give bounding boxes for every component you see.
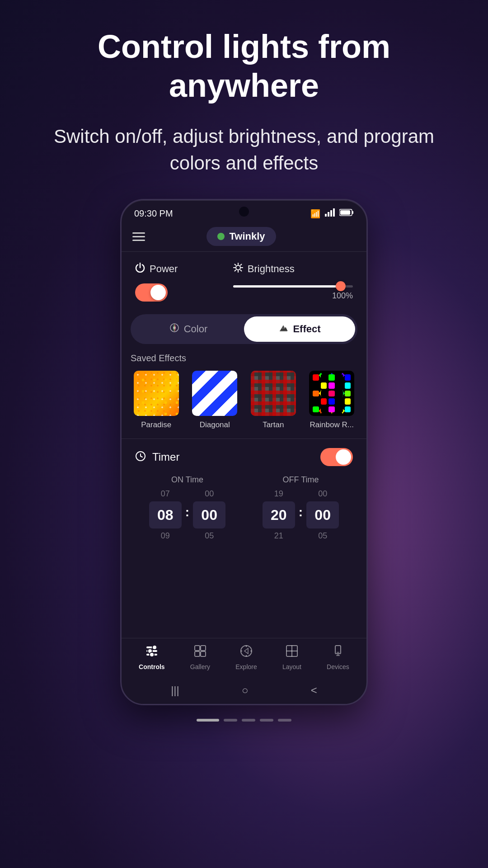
rainbow-dot — [313, 406, 319, 413]
devices-nav-icon — [332, 645, 344, 660]
page-dot-2[interactable] — [224, 719, 237, 722]
bottom-nav: Controls Gallery — [122, 638, 366, 677]
brightness-slider[interactable]: 100% — [233, 283, 353, 301]
on-hour-below: 09 — [161, 531, 170, 541]
rainbow-dot — [321, 374, 327, 381]
status-time: 09:30 PM — [134, 208, 173, 219]
hero-subtitle: Switch on/off, adjust brightness, and pr… — [0, 123, 488, 177]
timer-header: Timer — [135, 448, 353, 466]
rainbow-dot — [345, 406, 351, 413]
rainbow-dot — [328, 406, 335, 413]
page-dot-4[interactable] — [260, 719, 273, 722]
off-min-box[interactable]: 00 — [306, 501, 339, 528]
rainbow-canvas — [309, 371, 354, 416]
power-toggle[interactable] — [135, 283, 215, 302]
effect-diagonal[interactable]: Diagonal — [189, 371, 241, 429]
timer-label: Timer — [152, 451, 314, 463]
effect-tartan[interactable]: Tartan — [248, 371, 299, 429]
brand-pill[interactable]: Twinkly — [206, 227, 276, 246]
rainbow-dot — [321, 398, 327, 405]
off-hour-box[interactable]: 20 — [263, 501, 295, 528]
off-min-col: 00 00 05 — [306, 489, 339, 541]
nav-explore[interactable]: Explore — [235, 645, 257, 670]
svg-rect-30 — [195, 651, 200, 656]
status-icons: 📶 — [310, 208, 354, 219]
power-toggle-track[interactable] — [135, 283, 168, 302]
rainbow-dot — [345, 391, 351, 397]
svg-point-17 — [173, 326, 176, 329]
battery-icon — [339, 208, 354, 219]
effect-rainbow[interactable]: Rainbow R... — [306, 371, 358, 429]
slider-thumb[interactable] — [336, 281, 346, 291]
nav-gallery[interactable]: Gallery — [190, 645, 210, 670]
page-dot-5[interactable] — [278, 719, 291, 722]
time-controls: ON Time 07 08 09 : 00 00 05 — [135, 475, 353, 541]
on-time-picker: 07 08 09 : 00 00 05 — [135, 489, 239, 541]
camera-cutout — [239, 207, 249, 217]
on-hour-col: 07 08 09 — [149, 489, 182, 541]
system-menu-btn[interactable]: ||| — [171, 684, 179, 697]
off-hour-above: 19 — [274, 489, 283, 499]
gallery-nav-icon — [194, 645, 206, 660]
system-home-btn[interactable]: ○ — [242, 684, 249, 697]
rainbow-dot — [345, 398, 351, 405]
on-min-box[interactable]: 00 — [193, 501, 225, 528]
on-time-separator: : — [185, 505, 189, 519]
svg-rect-29 — [201, 646, 206, 651]
power-label: Power — [135, 263, 215, 275]
diagonal-canvas — [192, 371, 237, 416]
tab-row: Color Effect — [131, 314, 357, 344]
off-min-above: 00 — [318, 489, 327, 499]
effect-tartan-thumb — [251, 371, 296, 416]
effect-paradise[interactable]: Paradise — [131, 371, 182, 429]
svg-point-32 — [241, 646, 252, 656]
nav-devices[interactable]: Devices — [327, 645, 349, 670]
svg-rect-2 — [330, 210, 332, 217]
svg-marker-33 — [244, 648, 248, 654]
brightness-value: 100% — [233, 291, 353, 301]
effect-tab-icon — [278, 323, 288, 335]
power-text: Power — [150, 263, 178, 275]
timer-toggle[interactable] — [320, 448, 353, 466]
rainbow-dot — [337, 391, 343, 397]
rainbow-dot — [321, 406, 327, 413]
page-dot-3[interactable] — [242, 719, 255, 722]
brightness-group: Brightness 100% — [233, 263, 353, 302]
slider-fill — [233, 285, 341, 288]
power-toggle-thumb — [150, 285, 166, 300]
rainbow-dot — [313, 382, 319, 389]
timer-section: Timer ON Time 07 08 09 : 00 00 — [122, 439, 366, 550]
rainbow-dot — [313, 391, 319, 397]
rainbow-dots — [309, 371, 354, 416]
nav-layout[interactable]: Layout — [282, 645, 301, 670]
rainbow-dot — [337, 382, 343, 389]
tab-color[interactable]: Color — [133, 316, 244, 342]
on-min-above: 00 — [205, 489, 214, 499]
svg-rect-6 — [340, 210, 350, 215]
menu-button[interactable] — [132, 232, 145, 241]
system-nav: ||| ○ < — [122, 684, 366, 697]
off-hour-below: 21 — [274, 531, 283, 541]
svg-rect-31 — [201, 651, 206, 656]
timer-clock-icon — [135, 451, 146, 463]
rainbow-dot — [345, 374, 351, 381]
tab-effect[interactable]: Effect — [244, 316, 355, 342]
rainbow-dot — [328, 374, 335, 381]
hero-title: Control lights from anywhere — [0, 27, 488, 105]
explore-nav-label: Explore — [235, 663, 257, 670]
system-back-btn[interactable]: < — [311, 684, 317, 697]
phone-frame: 09:30 PM 📶 — [120, 199, 368, 705]
nav-controls[interactable]: Controls — [139, 645, 165, 670]
on-hour-box[interactable]: 08 — [149, 501, 182, 528]
tartan-canvas — [251, 371, 296, 416]
page-dot-1[interactable] — [197, 719, 219, 722]
rainbow-dot — [337, 398, 343, 405]
effect-rainbow-thumb — [309, 371, 354, 416]
on-min-below: 05 — [205, 531, 214, 541]
off-hour-col: 19 20 21 — [263, 489, 295, 541]
layout-nav-label: Layout — [282, 663, 301, 670]
effect-rainbow-name: Rainbow R... — [310, 420, 354, 429]
svg-rect-0 — [325, 214, 327, 217]
svg-line-12 — [235, 264, 235, 265]
slider-track — [233, 285, 353, 288]
